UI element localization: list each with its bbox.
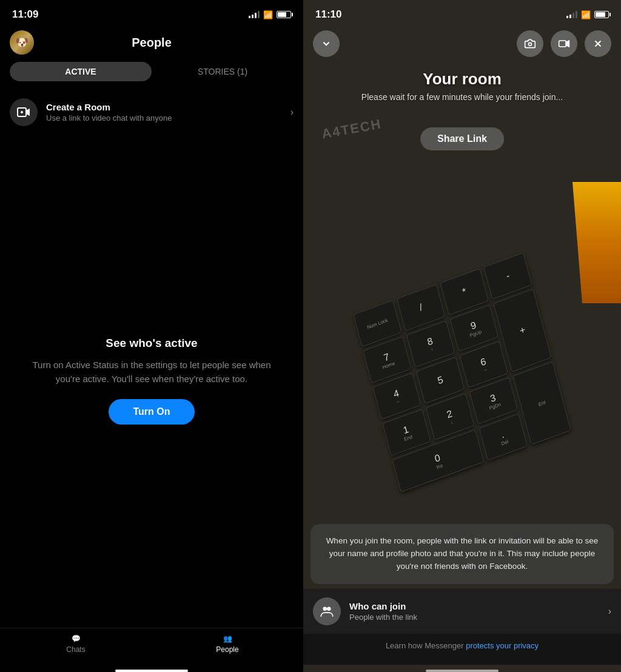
who-can-join-text: Who can join People with the link — [349, 601, 417, 622]
create-room-row[interactable]: Create a Room Use a link to video chat w… — [0, 91, 303, 133]
tab-bar: ACTIVE STORIES (1) — [10, 62, 294, 81]
bottom-nav-left: 💬 Chats 👥 People — [0, 628, 303, 666]
signal-bars-left — [249, 11, 260, 18]
signal-bar-r4 — [576, 11, 577, 18]
who-can-join-subtitle: People with the link — [349, 613, 417, 622]
chevron-right-white-icon: › — [608, 606, 611, 617]
battery-icon-right — [594, 11, 609, 18]
who-can-join-row[interactable]: Who can join People with the link › — [303, 589, 621, 634]
chevron-down-button[interactable] — [313, 30, 340, 57]
battery-fill-left — [278, 12, 286, 17]
see-active-description: Turn on Active Status in the settings to… — [24, 358, 279, 386]
avatar[interactable]: 🐶 — [10, 30, 34, 55]
close-button[interactable] — [585, 30, 611, 57]
turn-on-button[interactable]: Turn On — [109, 399, 194, 425]
svg-marker-6 — [566, 41, 569, 47]
see-active-heading: See who's active — [106, 337, 197, 350]
left-panel: 11:09 📶 🐶 People ACTIVE STORIES (1) — [0, 0, 303, 672]
group-icon — [313, 597, 341, 625]
battery-icon-left — [277, 11, 291, 18]
tab-inactive[interactable]: STORIES (1) — [152, 62, 294, 81]
room-subtitle: Please wait for a few minutes while your… — [303, 92, 621, 102]
room-title-section: Your room Please wait for a few minutes … — [303, 70, 621, 102]
create-room-subtitle: Use a link to video chat with anyone — [46, 113, 172, 123]
time-left: 11:09 — [12, 8, 38, 21]
wifi-icon-right: 📶 — [581, 10, 591, 19]
bottom-card: When you join the room, people with the … — [303, 524, 621, 672]
learn-more-row: Learn how Messenger protects your privac… — [303, 634, 621, 665]
left-header: 🐶 People — [0, 25, 303, 62]
create-room-text: Create a Room Use a link to video chat w… — [46, 102, 172, 123]
video-button[interactable] — [551, 30, 577, 57]
see-whos-active-section: See who's active Turn on Active Status i… — [0, 133, 303, 628]
people-label: People — [216, 645, 238, 654]
status-bar-right: 11:10 📶 — [303, 0, 621, 25]
share-link-button[interactable]: Share Link — [420, 127, 504, 150]
privacy-link[interactable]: protects your privacy — [466, 641, 539, 650]
svg-rect-5 — [559, 41, 566, 47]
create-room-icon — [10, 98, 38, 126]
status-icons-right: 📶 — [566, 10, 609, 19]
learn-more-text: Learn how Messenger — [386, 641, 464, 650]
bottom-nav-chats[interactable]: 💬 Chats — [0, 634, 152, 654]
chats-icon: 💬 — [72, 634, 81, 643]
bottom-nav-people[interactable]: 👥 People — [152, 634, 303, 654]
room-title: Your room — [303, 70, 621, 89]
home-indicator-right — [426, 670, 498, 672]
signal-bars-right — [566, 11, 577, 18]
status-icons-left: 📶 — [249, 10, 291, 19]
signal-bar-r2 — [569, 15, 571, 18]
control-btns-right — [517, 30, 611, 57]
signal-bar-3 — [255, 13, 257, 18]
home-indicator-left — [115, 670, 188, 672]
signal-bar-2 — [252, 15, 253, 18]
chevron-right-icon: › — [290, 107, 294, 118]
who-can-join-title: Who can join — [349, 601, 417, 611]
status-bar-left: 11:09 📶 — [0, 0, 303, 25]
signal-bar-1 — [249, 16, 250, 18]
top-controls — [303, 30, 621, 57]
battery-fill-right — [596, 12, 605, 17]
svg-point-4 — [529, 42, 532, 45]
time-right: 11:10 — [315, 8, 341, 21]
camera-flip-button[interactable] — [517, 30, 543, 57]
signal-bar-r3 — [572, 13, 574, 18]
create-room-title: Create a Room — [46, 102, 172, 112]
svg-point-9 — [323, 606, 327, 611]
key-grid: Num Lock / * - 7Home 8↑ 9PgUp + 4← 5 6→ … — [353, 252, 571, 492]
privacy-notice: When you join the room, people with the … — [310, 524, 614, 584]
signal-bar-4 — [258, 11, 260, 18]
chats-label: Chats — [66, 645, 85, 654]
right-panel: A4TECH Num Lock / * - 7Home 8↑ 9PgUp + 4… — [303, 0, 621, 672]
wifi-icon-left: 📶 — [263, 10, 273, 19]
svg-point-10 — [327, 606, 331, 611]
signal-bar-r1 — [566, 16, 568, 18]
page-title: People — [132, 36, 172, 50]
people-icon: 👥 — [223, 634, 232, 643]
tab-active[interactable]: ACTIVE — [10, 62, 152, 81]
